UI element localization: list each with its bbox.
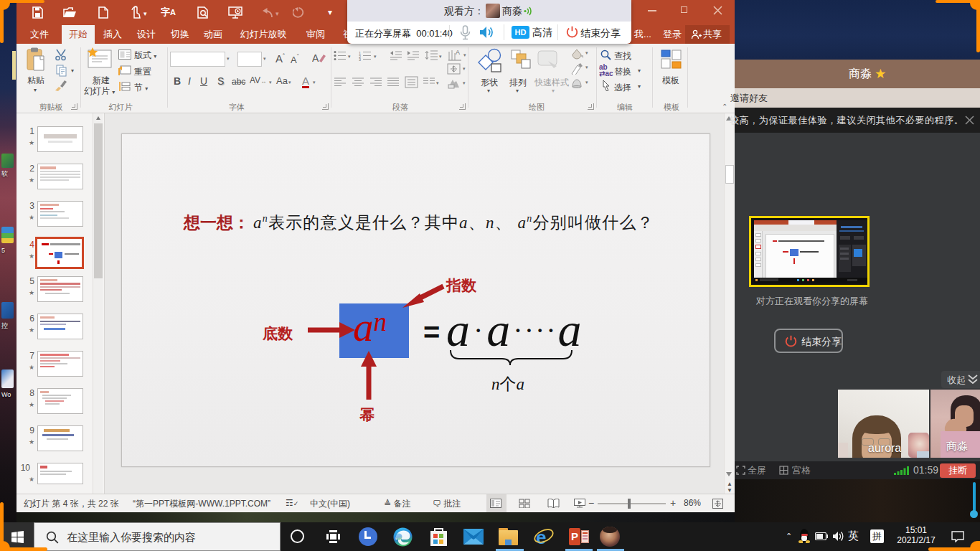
svg-text:A: A	[312, 52, 319, 64]
svg-text:A: A	[456, 49, 460, 56]
svg-text:3: 3	[359, 57, 361, 61]
